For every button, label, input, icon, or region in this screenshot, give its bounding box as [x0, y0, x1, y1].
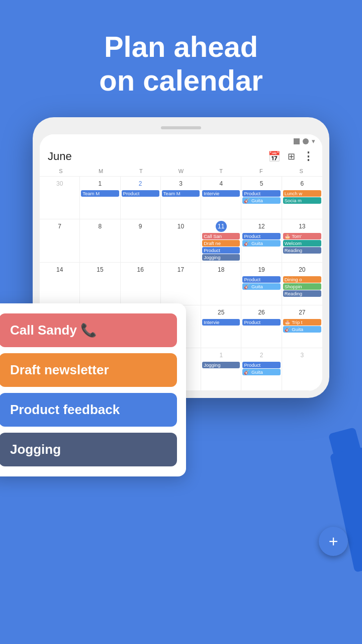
calendar-day[interactable]: 9 — [121, 219, 161, 262]
calendar-event[interactable]: Intervie — [202, 319, 240, 326]
calendar-event[interactable]: Intervie — [202, 190, 240, 197]
calendar-day[interactable]: 26Product — [241, 305, 282, 348]
calendar-event[interactable]: Reading — [283, 290, 321, 297]
calendar-day[interactable]: 25Intervie — [201, 305, 241, 348]
month-title: June — [48, 150, 268, 163]
calendar-event[interactable]: Team M — [162, 190, 200, 197]
calendar-day[interactable]: 2Product — [121, 177, 161, 219]
calendar-day[interactable]: 20Dining oShoppinReading — [282, 263, 322, 305]
calendar-day[interactable]: 4Intervie — [201, 177, 241, 219]
status-icon-circle — [303, 138, 309, 144]
calendar-day[interactable]: 2Product🎸 Guita — [241, 348, 282, 390]
calendar-event[interactable]: Reading — [283, 247, 321, 254]
add-event-fab[interactable]: + — [319, 527, 348, 556]
day-of-week-row: SMTWTFS — [40, 166, 322, 177]
calendar-event[interactable]: Lunch w — [283, 190, 321, 197]
day-number: 30 — [54, 178, 65, 189]
hero-section: Plan ahead on calendar — [0, 0, 362, 112]
hero-line2: on calendar — [99, 64, 263, 97]
calendar-event[interactable]: Product — [242, 362, 280, 368]
calendar-event[interactable]: 🎸 Guita — [242, 369, 280, 375]
status-bar: ▾ — [40, 134, 322, 147]
calendar-event[interactable]: 🎸 Guita — [242, 240, 280, 247]
calendar-event[interactable]: Socia m — [283, 197, 321, 204]
day-number: 15 — [95, 264, 106, 275]
calendar-day[interactable]: 27🎂 Trip t🎸 Guita — [282, 305, 322, 348]
calendar-day[interactable]: 14 — [40, 263, 80, 305]
day-number: 16 — [135, 264, 146, 275]
calendar-event[interactable]: 🎂 Trip t — [283, 319, 321, 326]
day-number: 2 — [256, 350, 267, 361]
calendar-event[interactable]: Jogging — [202, 362, 240, 368]
calendar-icon[interactable]: 📅 — [268, 150, 281, 163]
calendar-day[interactable]: 8 — [80, 219, 120, 262]
calendar-day[interactable]: 6Lunch wSocia m — [282, 177, 322, 219]
calendar-event[interactable]: 🎸 Guita — [242, 283, 280, 290]
calendar-day[interactable]: 10 — [161, 219, 201, 262]
popup-event-item[interactable]: Draft newsletter — [0, 353, 177, 387]
calendar-event[interactable]: Product — [242, 276, 280, 283]
day-number: 27 — [297, 307, 308, 318]
calendar-day[interactable]: 1Team M — [80, 177, 120, 219]
day-number: 9 — [135, 221, 146, 232]
calendar-week: 301Team M2Product3Team M4Intervie5Produc… — [40, 177, 322, 219]
calendar-day[interactable]: 18 — [201, 263, 241, 305]
calendar-event[interactable]: Team M — [81, 190, 119, 197]
calendar-event[interactable]: Product — [242, 233, 280, 239]
calendar-header: June 📅 ⊞ ⋮ — [40, 147, 322, 166]
popup-event-item[interactable]: Call Sandy 📞 — [0, 313, 177, 347]
hero-line1: Plan ahead — [104, 30, 258, 63]
calendar-week: 141516171819Product🎸 Guita20Dining oShop… — [40, 263, 322, 305]
calendar-event[interactable]: 🎂 Tom' — [283, 233, 321, 239]
day-number: 12 — [256, 221, 267, 232]
dow-cell: T — [121, 166, 161, 176]
dow-cell: M — [81, 166, 121, 176]
calendar-event[interactable]: Jogging — [202, 254, 240, 261]
calendar-event[interactable]: Call San — [202, 233, 240, 239]
calendar-event[interactable]: Draft ne — [202, 240, 240, 247]
day-number: 6 — [297, 178, 308, 189]
header-icons: 📅 ⊞ ⋮ — [268, 150, 314, 163]
day-number: 3 — [175, 178, 186, 189]
dow-cell: W — [161, 166, 201, 176]
event-popup: Call Sandy 📞Draft newsletterProduct feed… — [0, 303, 186, 476]
calendar-event[interactable]: 🎸 Guita — [242, 197, 280, 204]
grid-icon[interactable]: ⊞ — [288, 151, 296, 162]
calendar-event[interactable]: Dining o — [283, 276, 321, 283]
calendar-event[interactable]: Product — [122, 190, 159, 197]
day-number: 1 — [95, 178, 106, 189]
popup-event-item[interactable]: Jogging — [0, 433, 177, 466]
day-number: 4 — [216, 178, 227, 189]
calendar-day[interactable]: 3Team M — [161, 177, 201, 219]
calendar-day[interactable]: 17 — [161, 263, 201, 305]
calendar-event[interactable]: Welcom — [283, 240, 321, 247]
day-number: 11 — [216, 221, 227, 232]
calendar-day[interactable]: 7 — [40, 219, 80, 262]
calendar-event[interactable]: Product — [202, 247, 240, 254]
calendar-day[interactable]: 30 — [40, 177, 80, 219]
calendar-day[interactable]: 1Jogging — [201, 348, 241, 390]
dow-cell: S — [281, 166, 321, 176]
calendar-day[interactable]: 12Product🎸 Guita — [241, 219, 282, 262]
calendar-event[interactable]: Shoppin — [283, 283, 321, 290]
day-number: 1 — [216, 350, 227, 361]
calendar-day[interactable]: 13🎂 Tom'WelcomReading — [282, 219, 322, 262]
calendar-day[interactable]: 16 — [121, 263, 161, 305]
day-number: 17 — [175, 264, 186, 275]
popup-event-item[interactable]: Product feedback — [0, 393, 177, 427]
calendar-event[interactable]: Product — [242, 190, 280, 197]
day-number: 14 — [54, 264, 65, 275]
calendar-day[interactable]: 15 — [80, 263, 120, 305]
day-number: 5 — [256, 178, 267, 189]
day-number: 7 — [54, 221, 65, 232]
calendar-week: 7891011Call SanDraft neProductJogging12P… — [40, 219, 322, 263]
calendar-day[interactable]: 3 — [282, 348, 322, 390]
status-icon-sq — [294, 138, 300, 144]
more-options-icon[interactable]: ⋮ — [303, 150, 314, 163]
calendar-event[interactable]: Product — [242, 319, 280, 326]
calendar-day[interactable]: 11Call SanDraft neProductJogging — [201, 219, 241, 262]
calendar-day[interactable]: 19Product🎸 Guita — [241, 263, 282, 305]
calendar-event[interactable]: 🎸 Guita — [283, 326, 321, 333]
hero-title: Plan ahead on calendar — [0, 0, 362, 112]
calendar-day[interactable]: 5Product🎸 Guita — [241, 177, 282, 219]
